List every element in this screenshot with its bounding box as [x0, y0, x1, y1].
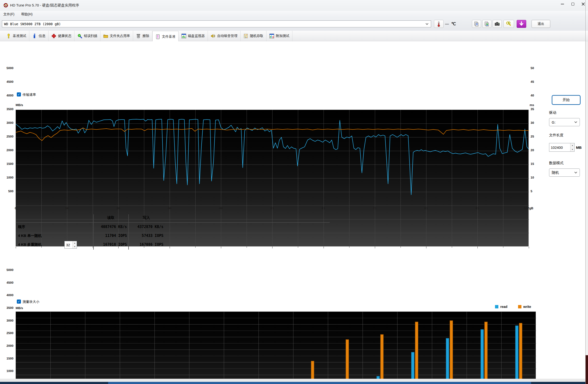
- temperature-value: —: [445, 22, 449, 26]
- read-legend-label: read: [500, 305, 507, 309]
- error-scan-icon: [77, 34, 82, 38]
- background-window-sliver: [586, 355, 588, 384]
- tool-label: 磁盘监视器: [188, 34, 205, 38]
- chart1-y2tick: 50: [531, 66, 540, 70]
- tool-label: 文件夹占用率: [110, 34, 130, 38]
- chart2-ytick: 4500: [0, 281, 13, 284]
- spin-down-icon[interactable]: ▼: [570, 147, 574, 152]
- tool-disk-monitor[interactable]: 磁盘监视器: [179, 31, 208, 41]
- tool-label: 错误扫描: [84, 34, 97, 38]
- chevron-down-icon: [574, 171, 577, 173]
- write-legend-swatch: [518, 305, 522, 308]
- maximize-button[interactable]: [567, 0, 578, 8]
- tool-info[interactable]: 信息: [29, 31, 48, 41]
- chart1-xtick: 71: [365, 206, 384, 210]
- spinner-arrows[interactable]: ▲▼: [570, 143, 574, 152]
- tool-label: 基准测试: [13, 34, 26, 38]
- chart1-y-unit: MB/s: [16, 103, 23, 107]
- data-mode-label: 数据模式: [549, 161, 564, 165]
- chart1-y2tick: 40: [531, 94, 540, 97]
- spin-down-icon[interactable]: ▼: [73, 245, 77, 249]
- app-icon: [3, 3, 8, 8]
- chart1-ytick: 3000: [0, 121, 13, 125]
- copy-text-button[interactable]: [472, 20, 481, 28]
- chart1-y2tick: 10: [531, 176, 540, 179]
- chart1-xtick: 10: [57, 206, 77, 210]
- maximize-icon: [571, 3, 574, 5]
- spin-up-icon[interactable]: ▲: [570, 143, 574, 147]
- title-bar: HD Tune Pro 5.70 - 硬盘/固态硬盘实用程序: [0, 0, 588, 11]
- chart1-xtick: 91: [468, 206, 487, 210]
- table-row-label: 4 KB 多重随机: [18, 242, 42, 247]
- table-read-value: 4087476 KB/s: [95, 225, 127, 229]
- window-right-border: [585, 0, 586, 384]
- menu-help[interactable]: 帮助(H): [18, 11, 36, 18]
- chart1-ytick: 3500: [0, 107, 13, 111]
- screenshot-button[interactable]: [493, 20, 502, 28]
- random-access-icon: [243, 34, 248, 38]
- chart2-ytick: 3500: [0, 306, 13, 310]
- menu-bar: 文件(F) 帮助(H): [0, 11, 588, 18]
- minimize-button[interactable]: [557, 0, 567, 8]
- chart1-xtick: 0: [6, 206, 25, 210]
- taskbar-strip-highlight: [108, 382, 531, 384]
- tool-label: 随机存取: [250, 34, 263, 38]
- spin-up-icon[interactable]: ▲: [73, 241, 77, 245]
- chevron-down-icon: [574, 120, 577, 123]
- tool-file-benchmark[interactable]: 文件基准: [152, 31, 179, 42]
- chart1-xtick: 20: [109, 206, 128, 210]
- chart1-xtick: 61: [314, 206, 333, 210]
- chart1-y2tick: 30: [531, 121, 540, 125]
- chart1-xtick: 51: [263, 206, 282, 210]
- screen-bottom-strip: [0, 379, 588, 382]
- exit-button[interactable]: 退出: [531, 20, 550, 28]
- tool-aam-speaker[interactable]: 自动噪音管理: [208, 31, 241, 41]
- tool-erase[interactable]: 擦除: [133, 31, 152, 41]
- block-size-checkbox[interactable]: ✓: [17, 300, 21, 304]
- info-icon: [32, 34, 37, 38]
- tool-extra-tests[interactable]: 附加测试: [267, 31, 293, 41]
- file-length-spinner[interactable]: 102400 ▲▼: [549, 143, 575, 152]
- tool-benchmark[interactable]: 基准测试: [3, 31, 29, 41]
- chart1-y2tick: 45: [531, 80, 540, 83]
- drive-select-value: WD Blue SN5000 2TB (2000 gB): [2, 22, 426, 26]
- start-button[interactable]: 开始: [552, 96, 580, 104]
- spinner-arrows[interactable]: ▲▼: [73, 241, 77, 249]
- transfer-rate-chart: [16, 110, 529, 247]
- menu-file[interactable]: 文件(F): [0, 11, 18, 18]
- queue-depth-spinner[interactable]: 32 ▲▼: [64, 241, 77, 249]
- tool-label: 文件基准: [162, 35, 175, 39]
- tool-health[interactable]: 健康状态: [48, 31, 75, 41]
- options-button[interactable]: [504, 20, 514, 28]
- chart1-xtick: 81: [417, 206, 436, 210]
- temperature-button[interactable]: [434, 20, 443, 28]
- chart1-ytick: 500: [0, 189, 13, 193]
- tool-error-scan[interactable]: 错误扫描: [75, 31, 101, 41]
- keys-icon: [506, 21, 512, 27]
- table-write-value: 167086 IOPS: [130, 242, 163, 247]
- drive-label: 驱动: [549, 110, 556, 115]
- close-button[interactable]: [578, 0, 588, 8]
- transfer-rate-checkbox[interactable]: ✓: [17, 92, 21, 96]
- tool-label: 信息: [39, 34, 45, 38]
- data-mode-value: 随机: [549, 170, 575, 175]
- drive-select[interactable]: WD Blue SN5000 2TB (2000 gB): [2, 20, 431, 27]
- drive-row: WD Blue SN5000 2TB (2000 gB) — ℃: [0, 18, 588, 31]
- chart1-xtick: 40: [211, 206, 231, 210]
- tool-label: 健康状态: [58, 34, 71, 38]
- tool-random-access[interactable]: 随机存取: [241, 31, 267, 41]
- read-legend-swatch: [495, 305, 498, 308]
- chart1-y2tick: 15: [531, 162, 540, 166]
- app-window: HD Tune Pro 5.70 - 硬盘/固态硬盘实用程序 文件(F) 帮助(…: [0, 0, 588, 384]
- copy-image-button[interactable]: [482, 20, 491, 28]
- tool-folder-usage[interactable]: 文件夹占用率: [101, 31, 133, 41]
- block-size-chart: [16, 311, 536, 384]
- data-mode-select[interactable]: 随机: [549, 169, 580, 177]
- thermometer-icon: [437, 21, 441, 27]
- table-col-divider: [93, 214, 94, 250]
- drive-letter-select[interactable]: G:: [549, 118, 580, 126]
- transfer-rate-label: 传输速率: [22, 93, 36, 97]
- chart1-ytick: 2000: [0, 148, 13, 152]
- download-button[interactable]: [517, 20, 526, 28]
- chart2-legend: read write: [495, 305, 531, 309]
